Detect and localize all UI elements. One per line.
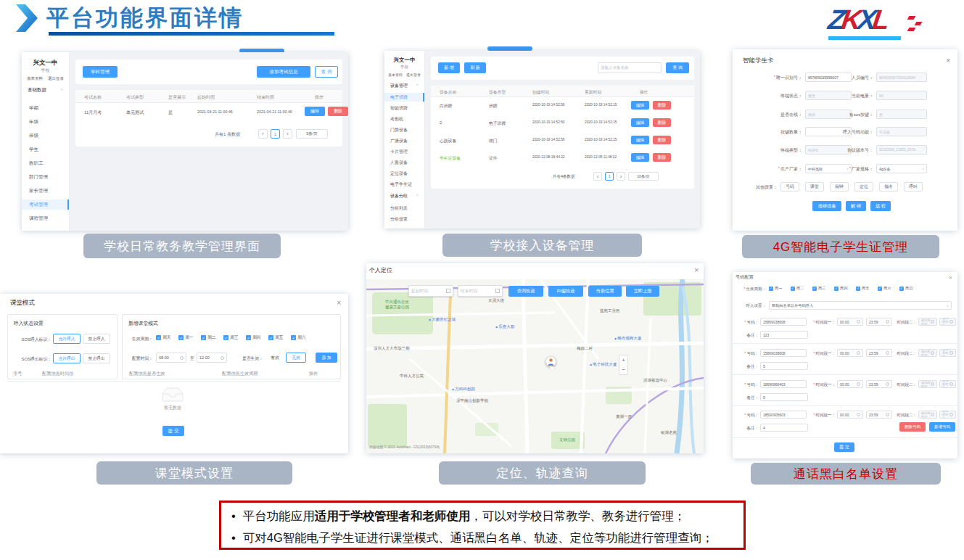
period1-start-input[interactable]: 00:00: [837, 411, 863, 419]
day-checkbox[interactable]: ✓周六: [878, 286, 891, 291]
edit-button[interactable]: 编辑: [305, 107, 325, 116]
effective-no-button[interactable]: 无效: [286, 353, 306, 363]
sidebar-item[interactable]: 卡片管理: [384, 147, 424, 156]
sidebar-item[interactable]: 学生: [22, 144, 69, 155]
day-checkbox[interactable]: ✓周三: [812, 286, 825, 291]
query-track-button[interactable]: 查询轨迹: [508, 286, 543, 297]
note-input[interactable]: 4: [760, 424, 808, 432]
day-checkbox[interactable]: ✓周二: [201, 334, 216, 341]
end-time-input[interactable]: 结束时间: [458, 285, 503, 297]
period2-start-input[interactable]: 请选择时间: [918, 380, 937, 388]
sidebar-item[interactable]: 部门管理: [22, 172, 69, 182]
submit-button[interactable]: 提 交: [162, 426, 184, 436]
setting-command-button[interactable]: 指令: [879, 182, 898, 192]
add-button[interactable]: 添 加: [316, 353, 337, 363]
tab-profile[interactable]: 基本资料: [388, 73, 403, 77]
deny-callin-button[interactable]: 禁止呼入: [83, 334, 110, 344]
period1-end-input[interactable]: 23:59: [866, 349, 892, 357]
menu-section-label[interactable]: 设备分组: [390, 193, 408, 199]
page-size-select[interactable]: 10条/页: [628, 172, 659, 181]
period1-start-input[interactable]: 00:00: [837, 349, 863, 357]
end-time-input[interactable]: 12:00: [197, 353, 227, 363]
day-checkbox[interactable]: ✓周天: [156, 334, 171, 341]
device-search-input[interactable]: 请输入设备名称: [598, 62, 662, 73]
phone-number-input[interactable]: 18500905603: [760, 411, 807, 419]
setting-alarm-button[interactable]: 闹钟: [830, 182, 849, 192]
edit-button[interactable]: 编辑: [631, 101, 649, 110]
query-button[interactable]: 查 询: [315, 66, 338, 78]
day-checkbox[interactable]: ✓周五: [268, 334, 284, 341]
person-marker[interactable]: [545, 356, 556, 367]
deny-callout-button[interactable]: 禁止呼出: [83, 353, 110, 363]
sidebar-item[interactable]: 分组列表: [384, 204, 424, 213]
day-checkbox[interactable]: ✓周日: [899, 286, 912, 291]
subject-manage-button[interactable]: 学科管理: [83, 66, 118, 78]
day-checkbox[interactable]: ✓周六: [291, 334, 306, 341]
period1-start-input[interactable]: 00:00: [837, 380, 863, 388]
edit-button[interactable]: 编辑: [631, 153, 649, 162]
sidebar-item[interactable]: 课程管理: [22, 213, 69, 223]
sidebar-item[interactable]: 班级: [22, 131, 69, 141]
current-position-button[interactable]: 当前位置: [588, 286, 622, 297]
sidebar-item[interactable]: 智能班牌: [384, 104, 424, 112]
sidebar-item[interactable]: 广播设备: [384, 136, 424, 145]
note-input[interactable]: 5: [760, 393, 808, 401]
tab-logout[interactable]: 退出登录: [48, 76, 64, 81]
period2-end-input[interactable]: 请选择时间: [939, 349, 956, 357]
start-time-input[interactable]: 08:00: [156, 353, 186, 363]
period1-start-input[interactable]: 00:00: [837, 318, 863, 326]
day-checkbox[interactable]: ✓周五: [856, 286, 869, 291]
refresh-button[interactable]: 刷 新: [464, 62, 486, 73]
period2-start-input[interactable]: 请选择时间: [918, 349, 937, 357]
query-button[interactable]: 查 询: [666, 62, 689, 73]
tab-logout[interactable]: 退出登录: [406, 73, 421, 77]
phone-number-input[interactable]: 18690866403: [760, 380, 807, 388]
callin-mode-select[interactable]: 限制白名单以外号码呼入∨: [769, 301, 952, 310]
period2-end-input[interactable]: 请选择时间: [939, 318, 956, 326]
sidebar-item[interactable]: 电子学生证: [384, 180, 424, 189]
add-exam-button[interactable]: 添加考试信息: [257, 66, 310, 78]
sidebar-item[interactable]: 教职工: [22, 158, 69, 168]
edit-button[interactable]: 编辑: [631, 118, 649, 127]
sidebar-item[interactable]: 年级: [22, 117, 69, 127]
close-icon[interactable]: ×: [337, 299, 341, 306]
period2-end-input[interactable]: 请选择时间: [939, 411, 956, 419]
setting-call-button[interactable]: 呼叫: [904, 182, 923, 192]
period2-start-input[interactable]: 请选择时间: [918, 411, 937, 419]
map-canvas[interactable]: 中兴通讯社区 健康主题公园 天润大境 大鹏世纪之城 乐喜大郡 荔苑工业区 晒布领…: [366, 279, 704, 453]
day-checkbox[interactable]: ✓周四: [834, 286, 847, 291]
setting-class-button[interactable]: 课堂: [805, 182, 824, 192]
page-size-select[interactable]: 5条/页: [296, 129, 328, 139]
sidebar-item-selected[interactable]: 考试管理: [22, 199, 69, 210]
period2-start-input[interactable]: 请选择时间: [918, 318, 937, 326]
add-device-button[interactable]: 新 增: [438, 62, 460, 73]
note-input[interactable]: 123: [760, 331, 808, 339]
note-input[interactable]: 5: [760, 362, 808, 370]
sidebar-item[interactable]: 考勤机: [384, 115, 424, 123]
setting-number-button[interactable]: 号码: [780, 182, 799, 192]
allow-callin-button[interactable]: 允许呼入: [53, 334, 81, 344]
delete-number-button[interactable]: 删除号码: [899, 422, 926, 432]
rebind-device-button[interactable]: 改绑设备: [812, 201, 841, 211]
menu-section-label[interactable]: 设备管理: [390, 83, 408, 89]
edit-button[interactable]: 编辑: [631, 136, 649, 144]
period1-end-input[interactable]: 23:59: [866, 318, 892, 326]
page-prev-button[interactable]: ‹: [258, 129, 268, 139]
close-icon[interactable]: ×: [946, 57, 950, 64]
period1-end-input[interactable]: 23:59: [866, 411, 892, 419]
sidebar-item-selected[interactable]: 电子班牌: [384, 93, 424, 102]
zoom-control[interactable]: + −: [619, 355, 628, 375]
delete-button[interactable]: 删除: [653, 118, 671, 127]
delete-button[interactable]: 删除: [653, 153, 671, 162]
page-number[interactable]: 1: [271, 129, 280, 139]
day-checkbox[interactable]: ✓周四: [246, 334, 261, 341]
remote-button[interactable]: 远 程: [870, 201, 891, 211]
zoom-in-icon[interactable]: +: [622, 355, 625, 365]
page-prev-button[interactable]: ‹: [593, 172, 602, 181]
sidebar-item[interactable]: 定位设备: [384, 169, 424, 178]
close-icon[interactable]: ×: [949, 274, 952, 281]
add-number-button[interactable]: 新增号码: [929, 422, 955, 432]
sidebar-item[interactable]: 分组设置: [384, 215, 424, 223]
delete-button[interactable]: 删除: [328, 107, 348, 116]
period1-end-input[interactable]: 23:59: [866, 380, 892, 388]
